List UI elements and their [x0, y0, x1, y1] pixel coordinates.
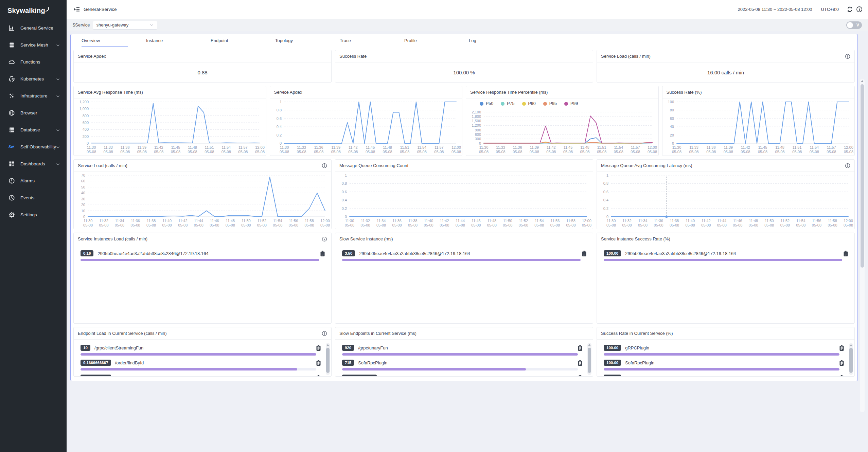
legend-item-p95[interactable]: P95 — [543, 101, 557, 106]
legend-item-p99[interactable]: P99 — [564, 101, 578, 106]
copy-icon[interactable] — [316, 375, 321, 377]
list-item[interactable]: 100.00MotanRpcPlugin — [604, 374, 850, 377]
svg-text:0.2: 0.2 — [276, 133, 281, 137]
copy-icon[interactable] — [839, 345, 844, 351]
sidebar-collapse-icon[interactable] — [73, 6, 80, 13]
scrollbar-thumb[interactable] — [849, 348, 853, 373]
tab-instance[interactable]: Instance — [146, 34, 192, 47]
list-item[interactable]: 10/grpc/clientStreamingFun — [81, 344, 326, 356]
svg-text:05-08: 05-08 — [479, 150, 489, 154]
list-item[interactable]: 613.3333333333gRPCPlugin — [342, 374, 588, 377]
list-item[interactable]: 715SofaRpcPlugin — [342, 359, 588, 370]
card-info-icon[interactable] — [845, 163, 850, 168]
list-item[interactable]: 100.00SofaRpcPlugin — [604, 359, 850, 370]
svg-text:11:54: 11:54 — [417, 145, 426, 149]
legend-item-p50[interactable]: P50 — [480, 101, 493, 106]
toggle-knob — [847, 22, 853, 28]
scrollbar-thumb[interactable] — [861, 84, 864, 268]
stat-2-card: Service Load (calls / min)16.00 calls / … — [597, 50, 855, 83]
service-select[interactable]: shenyu-gateway — [93, 21, 157, 30]
list-item[interactable]: 100.00gRPCPlugin — [604, 344, 850, 356]
sidebar-item-alarms[interactable]: Alarms — [0, 172, 67, 189]
legend-item-p90[interactable]: P90 — [522, 101, 536, 106]
card-info-icon[interactable] — [845, 54, 850, 59]
scroll-up-arrow-icon[interactable] — [850, 344, 852, 346]
copy-icon[interactable] — [578, 360, 583, 366]
info-icon[interactable] — [856, 6, 863, 13]
copy-icon[interactable] — [839, 375, 844, 377]
copy-icon[interactable] — [578, 375, 583, 377]
tab-endpoint[interactable]: Endpoint — [211, 34, 257, 47]
tab-log[interactable]: Log — [469, 34, 515, 47]
list-item[interactable]: 100.002905b05eae4e4ae3a2a5b538ce8c2846@1… — [604, 249, 850, 261]
sidebar-item-general-service[interactable]: General Service — [0, 19, 67, 36]
sidebar-item-self-observability[interactable]: SwSelf Observability — [0, 138, 67, 155]
copy-icon[interactable] — [582, 250, 587, 257]
sidebar-item-database[interactable]: Database — [0, 121, 67, 138]
sidebar-item-dashboards[interactable]: Dashboards — [0, 155, 67, 172]
svg-text:11:36: 11:36 — [706, 145, 715, 149]
svg-text:600: 600 — [83, 121, 89, 125]
tab-profile[interactable]: Profile — [404, 34, 450, 47]
sidebar-item-kubernetes[interactable]: Kubernetes — [0, 70, 67, 87]
legend-item-p75[interactable]: P75 — [501, 101, 514, 106]
list-item-label: /grpc/unaryFun — [358, 345, 578, 350]
instance-success-body: 100.002905b05eae4e4ae3a2a5b538ce8c2846@1… — [597, 245, 854, 323]
sidebar-item-service-mesh[interactable]: Service Mesh — [0, 36, 67, 53]
dashboard-grid: Service Apdex0.88Success Rate100.00 %Ser… — [71, 47, 857, 381]
refresh-icon[interactable] — [846, 6, 853, 13]
svg-text:12:00: 12:00 — [844, 145, 853, 149]
svg-text:60: 60 — [670, 116, 674, 121]
list-scrollbar[interactable] — [849, 343, 853, 375]
copy-icon[interactable] — [316, 360, 321, 366]
utc-offset[interactable]: UTC+8:0 — [821, 7, 839, 12]
card-info-icon[interactable] — [322, 331, 327, 336]
svg-text:05-08: 05-08 — [440, 223, 449, 227]
copy-icon[interactable] — [320, 250, 325, 257]
value-bar-track — [81, 259, 319, 261]
list-item[interactable]: 3.502905b05eae4e4ae3a2a5b538ce8c2846@172… — [342, 249, 588, 261]
sidebar-item-infrastructure[interactable]: Infrastructure — [0, 87, 67, 104]
sidebar-item-functions[interactable]: Functions — [0, 53, 67, 70]
scroll-up-arrow-icon[interactable] — [861, 80, 864, 82]
svg-text:05-08: 05-08 — [792, 150, 802, 154]
list-item[interactable]: 920/grpc/unaryFun — [342, 344, 588, 356]
service-load-card: Service Load (calls / min)01020304050607… — [73, 159, 332, 229]
stat-1-header: Success Rate — [335, 50, 593, 62]
list-item[interactable]: 9.1666666667/order/findById — [81, 359, 326, 370]
tab-overview[interactable]: Overview — [82, 34, 128, 47]
scrollbar-thumb[interactable] — [588, 348, 591, 373]
card-title: Service Instances Load (calls / min) — [78, 236, 147, 241]
list-item[interactable]: 0.162905b05eae4e4ae3a2a5b538ce8c2846@172… — [81, 249, 326, 261]
copy-icon[interactable] — [578, 345, 583, 351]
legend-dot-icon — [543, 102, 547, 106]
list-item[interactable]: 9.1666666667/http/order/findById — [81, 374, 326, 377]
value-badge: 920 — [342, 345, 354, 351]
copy-icon[interactable] — [316, 345, 321, 351]
scroll-up-arrow-icon[interactable] — [326, 344, 329, 346]
tab-trace[interactable]: Trace — [340, 34, 386, 47]
card-info-icon[interactable] — [322, 163, 327, 168]
page-scrollbar[interactable] — [860, 79, 865, 412]
sidebar-item-settings[interactable]: Settings — [0, 206, 67, 223]
mq-latency-plot: 00.20.40.60.8111:3005-0811:3205-0811:340… — [597, 172, 854, 229]
svg-text:11:32: 11:32 — [361, 219, 370, 223]
time-range[interactable]: 2022-05-08 11:30 ~ 2022-05-08 12:00 — [738, 7, 812, 12]
list-scrollbar[interactable] — [326, 343, 330, 375]
scrollbar-thumb[interactable] — [326, 348, 330, 373]
svg-text:0: 0 — [479, 141, 481, 145]
sidebar-item-browser[interactable]: Browser — [0, 104, 67, 121]
sidebar-item-events[interactable]: Events — [0, 189, 67, 206]
card-info-icon[interactable] — [322, 236, 327, 242]
svg-text:05-08: 05-08 — [775, 150, 784, 154]
svg-text:12:00: 12:00 — [255, 145, 265, 149]
scroll-up-arrow-icon[interactable] — [588, 344, 591, 346]
svg-text:11:50: 11:50 — [765, 219, 774, 223]
value-toggle[interactable]: V — [846, 21, 862, 29]
list-scrollbar[interactable] — [587, 343, 591, 375]
svg-text:1,800: 1,800 — [472, 114, 481, 119]
tab-topology[interactable]: Topology — [275, 34, 321, 47]
copy-icon[interactable] — [843, 250, 848, 257]
copy-icon[interactable] — [839, 360, 844, 366]
value-badge: 9.1666666667 — [81, 360, 111, 366]
